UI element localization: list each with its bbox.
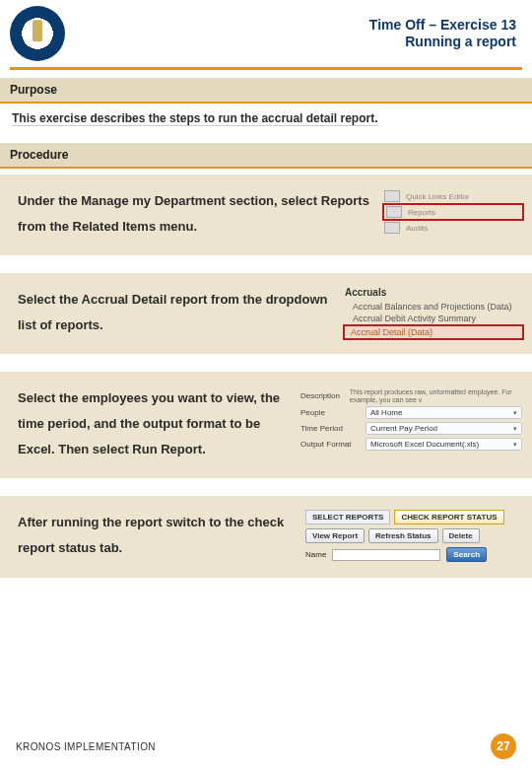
fig1-row-1: Quick Links Editor [384,188,522,204]
menu-icon [384,190,400,202]
fig4-search-row: Name Search [305,547,522,562]
step-2-figure: Accruals Accrual Balances and Projection… [345,287,522,338]
footer-text: KRONOS IMPLEMENTATION [16,741,156,752]
doc-title: Time Off – Exercise 13 Running a report [65,17,518,51]
fig3-fmt-value: Microsoft Excel Document(.xls) [370,440,479,449]
fig1-label-1: Quick Links Editor [406,192,469,201]
fig4-tabs: SELECT REPORTS CHECK REPORT STATUS [305,510,522,524]
step-1-bold: Reports [321,193,369,208]
fig3-tp-row: Time Period Current Pay Period▾ [300,422,522,435]
step-3-text: Select the employees you want to view, t… [18,385,291,462]
fig4-buttons: View Report Refresh Status Delete [305,528,522,543]
fig3-desc-value: This report produces raw, unformatted em… [350,388,522,403]
fig3-desc-row: Description This report produces raw, un… [300,388,522,403]
fig3-fmt-label: Output Format [300,440,360,449]
fig4-name-label: Name [305,550,326,559]
fig3-people-row: People All Home▾ [300,406,522,419]
step-1-text-b: from the Related Items menu. [18,219,197,234]
step-3-figure: Description This report produces raw, un… [300,385,522,454]
tab-select-reports[interactable]: SELECT REPORTS [305,510,390,524]
fig1-row-3: Audits [384,220,522,236]
refresh-status-button[interactable]: Refresh Status [368,528,437,543]
step-1-figure: Quick Links Editor Reports Audits [384,188,522,236]
delete-button[interactable]: Delete [442,528,480,543]
fig2-item-2: Accrual Debit Activity Summary [345,313,522,324]
fig3-tp-select[interactable]: Current Pay Period▾ [366,422,522,435]
fig1-label-2: Reports [408,208,435,217]
view-report-button[interactable]: View Report [305,528,365,543]
fig4-name-input[interactable] [332,549,440,561]
step-3-bold: Run Report [132,442,202,456]
fig3-tp-label: Time Period [300,424,360,433]
fig3-people-select[interactable]: All Home▾ [366,406,522,419]
step-4-figure: SELECT REPORTS CHECK REPORT STATUS View … [305,510,522,562]
step-3-text-b: . [202,442,206,456]
fig2-item-1: Accrual Balances and Projections (Data) [345,301,522,313]
step-2: Select the Accrual Detail report from th… [0,273,532,354]
fig1-row-2-highlight: Reports [384,205,522,219]
tab-check-report-status[interactable]: CHECK REPORT STATUS [394,510,503,524]
menu-icon [386,206,402,218]
step-4: After running the report switch to the c… [0,496,532,578]
chevron-down-icon: ▾ [513,441,517,449]
fig3-people-label: People [300,408,360,417]
fig3-tp-value: Current Pay Period [370,424,437,433]
step-1-text: Under the Manage my Department section, … [18,188,374,240]
step-2-text: Select the Accrual Detail report from th… [18,287,335,338]
title-line-2: Running a report [65,34,516,51]
purpose-heading: Purpose [0,78,532,104]
step-3: Select the employees you want to view, t… [0,372,532,478]
fig3-fmt-row: Output Format Microsoft Excel Document(.… [300,438,522,451]
state-seal-logo [10,6,65,61]
purpose-text: This exercise describes the steps to run… [12,111,377,125]
chevron-down-icon: ▾ [513,409,517,417]
fig2-title: Accruals [345,287,522,298]
footer: KRONOS IMPLEMENTATION 27 [0,734,532,759]
page-number-badge: 27 [491,734,516,759]
title-line-1: Time Off – Exercise 13 [65,17,516,35]
chevron-down-icon: ▾ [513,425,517,433]
fig3-fmt-select[interactable]: Microsoft Excel Document(.xls)▾ [366,438,522,451]
purpose-text-block: This exercise describes the steps to run… [0,104,532,143]
step-4-text: After running the report switch to the c… [18,510,296,561]
header-rule [10,67,522,70]
fig2-item-3-highlight: Accrual Detail (Data) [345,326,522,338]
menu-icon [384,222,400,234]
fig3-people-value: All Home [370,408,402,417]
step-1: Under the Manage my Department section, … [0,175,532,255]
step-1-text-a: Under the Manage my Department section, … [18,193,321,208]
fig1-label-3: Audits [406,224,428,233]
search-button[interactable]: Search [446,547,487,562]
header: Time Off – Exercise 13 Running a report [0,0,532,65]
fig3-desc-label: Description [300,391,344,400]
procedure-heading: Procedure [0,143,532,169]
